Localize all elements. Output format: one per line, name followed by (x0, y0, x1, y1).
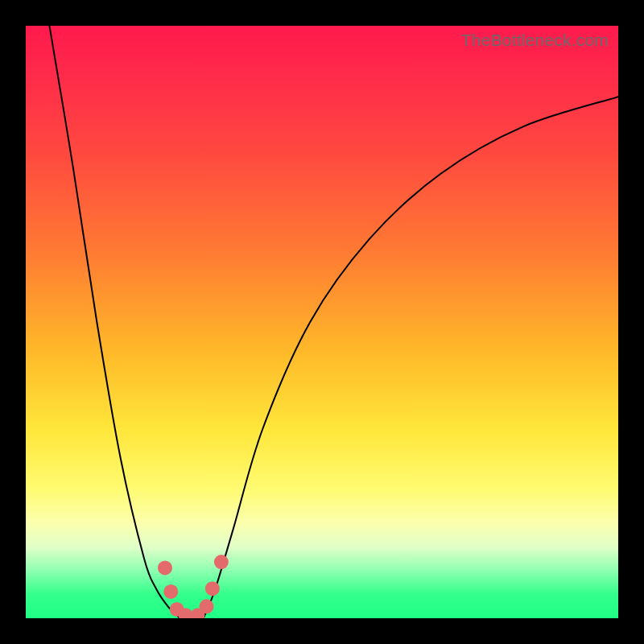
right-branch-curve (204, 97, 618, 618)
sweet-spot-markers (158, 555, 229, 618)
curve-layer (26, 26, 618, 618)
sweet-spot-marker (205, 581, 220, 596)
sweet-spot-marker (199, 599, 213, 613)
chart-frame: TheBottleneck.com (0, 0, 644, 644)
plot-area: TheBottleneck.com (26, 26, 618, 618)
left-branch-curve (49, 26, 180, 618)
sweet-spot-marker (163, 584, 178, 599)
sweet-spot-marker (214, 555, 229, 569)
sweet-spot-marker (158, 560, 172, 575)
